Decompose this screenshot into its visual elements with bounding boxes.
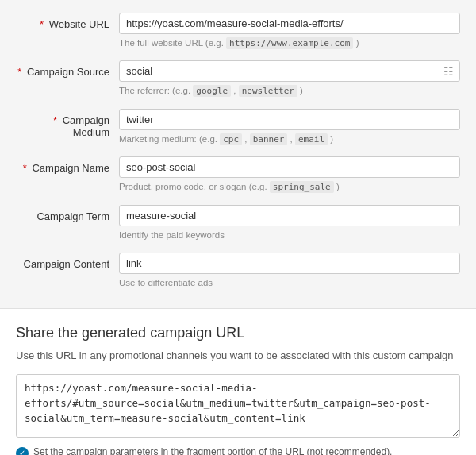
campaign-term-label: Campaign Term — [16, 205, 119, 222]
hint-google: google — [193, 85, 231, 97]
hint-banner: banner — [250, 133, 288, 145]
website-url-label: * Website URL — [16, 13, 119, 30]
share-section: Share the generated campaign URL Use thi… — [0, 308, 476, 455]
website-url-input-col: The full website URL (e.g. https://www.e… — [119, 13, 460, 49]
campaign-name-label: * Campaign Name — [16, 156, 119, 174]
required-star-2: * — [17, 66, 21, 78]
hint-email: email — [295, 133, 328, 145]
hint-spring-sale: spring_sale — [270, 181, 334, 193]
fragment-label: Set the campaign parameters in the fragm… — [33, 446, 392, 455]
website-url-input[interactable] — [119, 13, 460, 34]
campaign-medium-label: * Campaign Medium — [16, 109, 119, 138]
campaign-source-input-col: ☷ The referrer: (e.g. google , newslette… — [119, 60, 460, 97]
campaign-medium-input-col: Marketing medium: (e.g. cpc , banner , e… — [119, 109, 460, 145]
campaign-term-input-col: Identify the paid keywords — [119, 205, 460, 241]
hint-cpc: cpc — [220, 133, 242, 145]
campaign-name-row: * Campaign Name Product, promo code, or … — [16, 156, 460, 193]
campaign-name-hint: Product, promo code, or slogan (e.g. spr… — [119, 180, 460, 193]
grid-icon[interactable]: ☷ — [443, 65, 454, 78]
campaign-medium-input[interactable] — [119, 109, 460, 130]
campaign-source-input[interactable] — [119, 60, 460, 82]
share-title: Share the generated campaign URL — [16, 325, 460, 341]
website-url-row: * Website URL The full website URL (e.g.… — [16, 13, 460, 49]
campaign-term-hint: Identify the paid keywords — [119, 229, 460, 241]
hint-newsletter: newsletter — [239, 85, 298, 97]
campaign-content-label: Campaign Content — [16, 253, 119, 270]
campaign-source-hint: The referrer: (e.g. google , newsletter … — [119, 84, 460, 97]
checked-icon: ✓ — [16, 447, 29, 455]
campaign-source-input-wrapper: ☷ — [119, 60, 460, 82]
campaign-content-row: Campaign Content Use to differentiate ad… — [16, 253, 460, 289]
campaign-content-hint: Use to differentiate ads — [119, 276, 460, 289]
campaign-term-row: Campaign Term Identify the paid keywords — [16, 205, 460, 241]
generated-url-output[interactable]: https://yoast.com/measure-social-media-e… — [16, 374, 460, 438]
required-star-3: * — [53, 114, 57, 126]
form-section: * Website URL The full website URL (e.g.… — [0, 0, 476, 308]
campaign-content-input[interactable] — [119, 253, 460, 274]
campaign-source-label: * Campaign Source — [16, 60, 119, 78]
required-star-4: * — [23, 162, 27, 174]
campaign-source-row: * Campaign Source ☷ The referrer: (e.g. … — [16, 60, 460, 97]
campaign-name-input-col: Product, promo code, or slogan (e.g. spr… — [119, 156, 460, 193]
campaign-medium-hint: Marketing medium: (e.g. cpc , banner , e… — [119, 133, 460, 145]
website-url-hint: The full website URL (e.g. https://www.e… — [119, 37, 460, 49]
share-description: Use this URL in any promotional channels… — [16, 348, 460, 364]
required-star: * — [40, 18, 44, 30]
campaign-content-input-col: Use to differentiate ads — [119, 253, 460, 289]
campaign-name-input[interactable] — [119, 156, 460, 178]
hint-code: https://www.example.com — [226, 37, 353, 49]
campaign-term-input[interactable] — [119, 205, 460, 226]
campaign-medium-row: * Campaign Medium Marketing medium: (e.g… — [16, 109, 460, 145]
fragment-row: ✓ Set the campaign parameters in the fra… — [16, 446, 460, 455]
